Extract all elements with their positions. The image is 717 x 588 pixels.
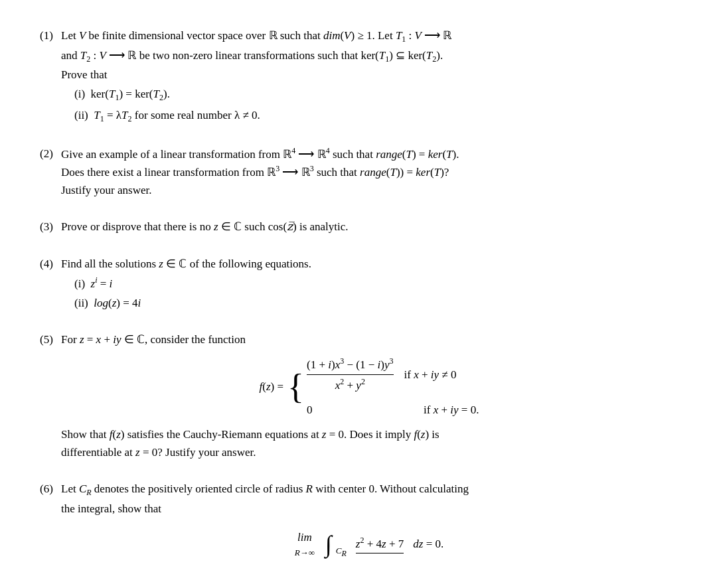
problem-1-line-2: and T2 : V ⟶ ℝ be two non-zero linear tr… — [61, 46, 677, 66]
problem-5: (5) For z = x + iy ∈ ℂ, consider the fun… — [40, 331, 677, 461]
problem-1-sub-i: (i) ker(T1) = ker(T2). — [74, 85, 677, 105]
problem-5-after-2: differentiable at z = 0? Justify your an… — [61, 443, 677, 461]
integral-sign-icon: ∫ — [325, 532, 332, 556]
lim-subscript: R→∞ — [295, 546, 315, 560]
problem-2-content: Give an example of a linear transformati… — [61, 145, 677, 200]
problem-5-line-1: For z = x + iy ∈ ℂ, consider the functio… — [61, 331, 677, 348]
piecewise-expr-2: 0 — [307, 401, 413, 419]
lim-text: lim — [297, 528, 312, 546]
frac-denominator: x2 + y2 — [335, 375, 365, 394]
problem-1-content: Let V be finite dimensional vector space… — [61, 27, 677, 126]
piecewise-expr-1: (1 + i)x3 − (1 − i)y3 x2 + y2 — [307, 355, 394, 394]
problem-3-content: Prove or disprove that there is no z ∈ ℂ… — [61, 218, 677, 236]
piecewise-cond-2: if x + iy = 0. — [424, 401, 479, 419]
problem-2-line-3: Justify your answer. — [61, 181, 677, 199]
piecewise-function: f(z) = { (1 + i)x3 − (1 − i)y3 x2 + y2 i… — [61, 355, 677, 419]
problem-5-content: For z = x + iy ∈ ℂ, consider the functio… — [61, 331, 677, 461]
problem-6-line-2: the integral, show that — [61, 500, 677, 518]
integral-subscript: CR — [336, 544, 347, 560]
problem-1: (1) Let V be finite dimensional vector s… — [40, 27, 677, 126]
problem-6-number: (6) — [40, 480, 61, 498]
problem-3-number: (3) — [40, 218, 61, 236]
problem-5-number: (5) — [40, 331, 61, 348]
integral-dz: dz = 0. — [413, 535, 443, 553]
problem-4-content: Find all the solutions z ∈ ℂ of the foll… — [61, 255, 677, 312]
problem-1-sub-ii: (ii) T1 = λT2 for some real number λ ≠ 0… — [74, 106, 677, 126]
problem-6: (6) Let CR denotes the positively orient… — [40, 480, 677, 567]
problem-2-line-2: Does there exist a linear transformation… — [61, 163, 677, 181]
problem-3-line-1: Prove or disprove that there is no z ∈ ℂ… — [61, 218, 677, 236]
piecewise-cases: (1 + i)x3 − (1 − i)y3 x2 + y2 if x + iy … — [307, 355, 479, 419]
problem-5-after-1: Show that f(z) satisfies the Cauchy-Riem… — [61, 425, 677, 443]
problem-4-line-1: Find all the solutions z ∈ ℂ of the foll… — [61, 255, 677, 273]
problem-2: (2) Give an example of a linear transfor… — [40, 145, 677, 200]
problem-2-line-1: Give an example of a linear transformati… — [61, 145, 677, 163]
f-label: f(z) = — [260, 378, 284, 396]
problem-4-sub-ii: (ii) log(z) = 4i — [74, 294, 677, 312]
frac-numerator: (1 + i)x3 − (1 − i)y3 — [307, 355, 394, 375]
problem-3: (3) Prove or disprove that there is no z… — [40, 218, 677, 236]
problem-6-content: Let CR denotes the positively oriented c… — [61, 480, 677, 567]
problem-4-sub-i: (i) zi = i — [74, 274, 677, 293]
problem-1-number: (1) — [40, 27, 61, 44]
piecewise-row-1: (1 + i)x3 − (1 − i)y3 x2 + y2 if x + iy … — [307, 355, 479, 394]
piecewise-cond-1: if x + iy ≠ 0 — [404, 366, 457, 384]
problem-1-prove: Prove that — [61, 66, 677, 84]
lim-integral: lim R→∞ ∫ CR z2 + 4z + 7 dz = 0. — [61, 528, 677, 560]
integral-numerator: z2 + 4z + 7 — [356, 534, 404, 554]
brace-icon: { — [287, 370, 304, 404]
problem-1-line-1: Let V be finite dimensional vector space… — [61, 27, 677, 46]
problem-2-number: (2) — [40, 145, 61, 163]
problem-6-line-1: Let CR denotes the positively oriented c… — [61, 480, 677, 500]
piecewise-row-2: 0 if x + iy = 0. — [307, 401, 479, 419]
page-content: (1) Let V be finite dimensional vector s… — [40, 27, 677, 567]
problem-4-number: (4) — [40, 255, 61, 273]
problem-4: (4) Find all the solutions z ∈ ℂ of the … — [40, 255, 677, 312]
integral-fraction: z2 + 4z + 7 — [356, 534, 404, 555]
